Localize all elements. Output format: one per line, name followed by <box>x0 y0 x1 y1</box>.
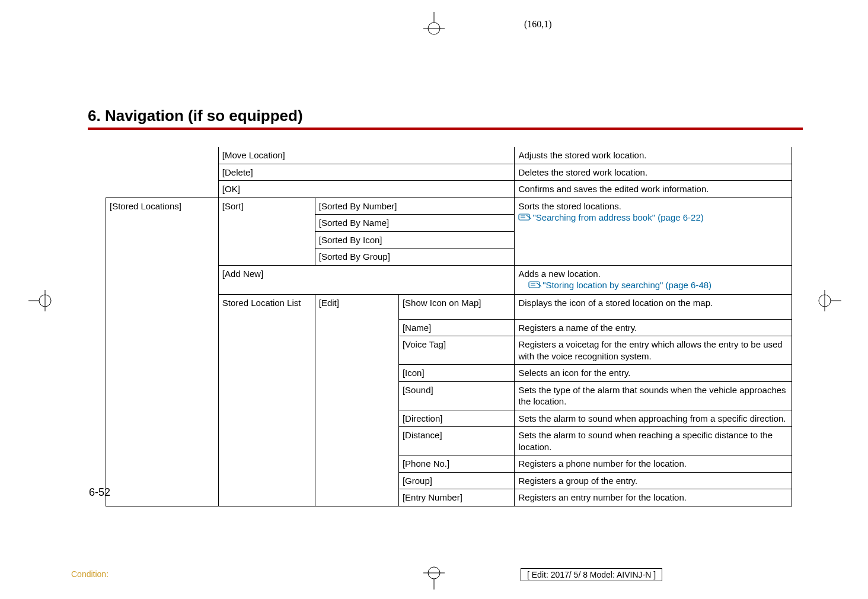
cell-add-new: [Add New] <box>218 265 515 294</box>
reference-icon <box>518 212 531 224</box>
svg-line-13 <box>526 215 531 219</box>
cell-sorted-by-number: [Sorted By Number] <box>315 197 515 215</box>
cell-desc: Registers a name of the entry. <box>515 319 792 336</box>
svg-rect-16 <box>529 282 540 288</box>
cell-icon: [Icon] <box>398 365 515 382</box>
cell-desc: Registers a voicetag for the entry which… <box>515 336 792 365</box>
settings-table: [Move Location] Adjusts the stored work … <box>106 147 792 506</box>
cell-sort: [Sort] <box>218 197 315 265</box>
condition-label: Condition: <box>71 569 108 579</box>
cell-desc: Registers a group of the entry. <box>515 472 792 489</box>
cell-desc: Registers a phone number for the locatio… <box>515 455 792 473</box>
cell-desc: Adds a new location. "Storing location b… <box>515 265 792 294</box>
cell-sound: [Sound] <box>398 381 515 410</box>
cross-ref-link: "Searching from address book" (page 6-22… <box>532 212 703 222</box>
cropmark-icon <box>421 563 447 590</box>
cell-phone-no: [Phone No.] <box>398 455 515 473</box>
text-line: Sorts the stored locations. <box>518 201 621 211</box>
page-coord: (160,1) <box>524 19 552 30</box>
reference-icon <box>528 280 541 292</box>
cell-voice-tag: [Voice Tag] <box>398 336 515 365</box>
cell-desc: Sets the alarm to sound when reaching a … <box>515 427 792 455</box>
cell-desc: Sets the alarm to sound when approaching… <box>515 410 792 427</box>
cell-desc: Selects an icon for the entry. <box>515 365 792 382</box>
cell-desc: Sets the type of the alarm that sounds w… <box>515 381 792 410</box>
cell-distance: [Distance] <box>398 427 515 455</box>
cropmark-icon <box>421 12 447 38</box>
cell-desc: Confirms and saves the edited work infor… <box>515 181 792 198</box>
cell-entry-number: [Entry Number] <box>398 489 515 506</box>
cell-desc: Displays the icon of a stored location o… <box>515 294 792 319</box>
cropmark-icon <box>28 288 55 314</box>
text-line: Adds a new location. <box>518 269 600 279</box>
edit-info-box: [ Edit: 2017/ 5/ 8 Model: AIVINJ-N ] <box>521 568 662 581</box>
page-number: 6-52 <box>89 486 110 499</box>
section-divider <box>88 128 803 130</box>
cropmark-icon <box>815 288 841 314</box>
cell-desc: Registers an entry number for the locati… <box>515 489 792 506</box>
cell-sorted-by-name: [Sorted By Name] <box>315 215 515 232</box>
cell-stored-locations: [Stored Locations] <box>106 197 219 506</box>
cell-move-location: [Move Location] <box>218 147 515 164</box>
cell-desc: Sorts the stored locations. "Searching f… <box>515 197 792 265</box>
cell-sorted-by-group: [Sorted By Group] <box>315 248 515 266</box>
cell-stored-location-list: Stored Location List <box>218 294 315 506</box>
svg-line-17 <box>537 283 541 286</box>
cell-desc: Deletes the stored work location. <box>515 164 792 181</box>
cell-ok: [OK] <box>218 181 515 198</box>
svg-rect-12 <box>519 214 529 220</box>
cell-group: [Group] <box>398 472 515 489</box>
cell-name: [Name] <box>398 319 515 336</box>
cell-desc: Adjusts the stored work location. <box>515 147 792 164</box>
page-title: 6. Navigation (if so equipped) <box>88 107 303 125</box>
cell-edit: [Edit] <box>315 294 398 506</box>
cell-show-icon: [Show Icon on Map] <box>398 294 515 319</box>
cell-direction: [Direction] <box>398 410 515 427</box>
cell-delete: [Delete] <box>218 164 515 181</box>
cross-ref-link: "Storing location by searching" (page 6-… <box>542 280 711 290</box>
cell-sorted-by-icon: [Sorted By Icon] <box>315 231 515 248</box>
